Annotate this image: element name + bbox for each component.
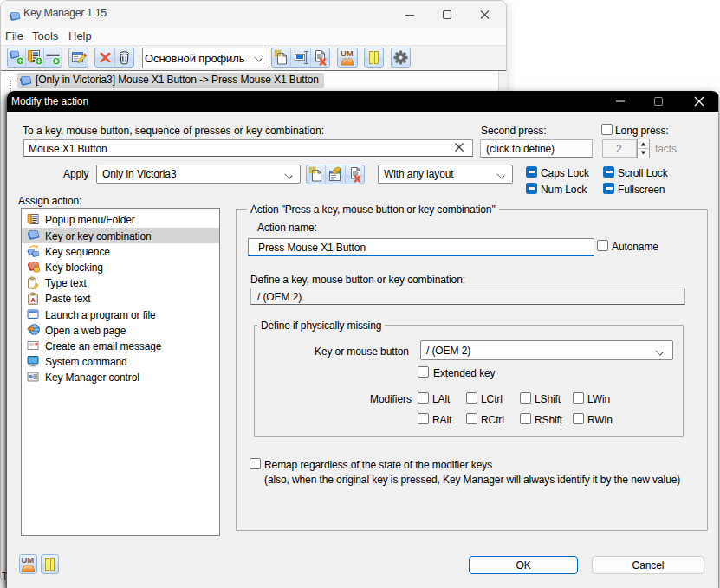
svg-text:UM: UM (341, 48, 354, 58)
svg-text:UM: UM (22, 555, 35, 565)
svg-text:A: A (31, 296, 36, 304)
